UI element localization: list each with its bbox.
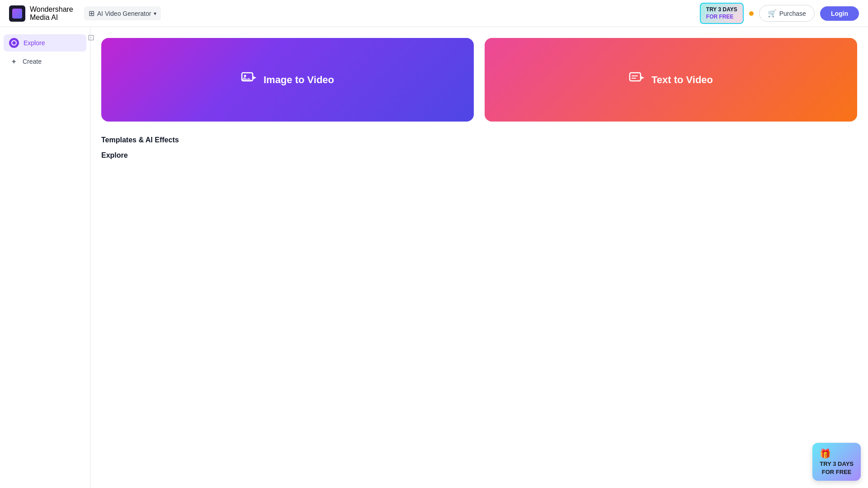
bottom-banner-line1: TRY 3 DAYS (820, 460, 854, 467)
logo-bottom-text: Media AI (30, 14, 73, 22)
video-cards-row: Image to Video Text to Video (101, 38, 857, 122)
gift-icon: 🎁 (820, 447, 854, 460)
header-left: Wondershare Media AI ⊞ AI Video Generato… (9, 5, 161, 22)
text-to-video-card[interactable]: Text to Video (485, 38, 857, 122)
nav-label: AI Video Generator (97, 10, 151, 17)
image-to-video-card[interactable]: Image to Video (101, 38, 474, 122)
ai-video-generator-nav[interactable]: ⊞ AI Video Generator ▾ (84, 6, 161, 20)
logo-area: Wondershare Media AI (9, 5, 73, 22)
templates-heading: Templates & AI Effects (101, 136, 857, 144)
templates-section: Templates & AI Effects (101, 136, 857, 144)
sidebar: Explore ✦ Create ⊡ (0, 27, 90, 488)
resize-handle[interactable]: ⊡ (86, 31, 96, 44)
cart-icon: 🛒 (768, 9, 777, 18)
header: Wondershare Media AI ⊞ AI Video Generato… (0, 0, 868, 27)
sidebar-explore-label: Explore (24, 39, 45, 47)
text-to-video-icon (629, 70, 645, 90)
explore-icon (9, 38, 19, 48)
purchase-button[interactable]: 🛒 Purchase (759, 5, 815, 22)
content-area: Image to Video Text to Video Templates &… (90, 27, 868, 488)
notification-dot[interactable] (749, 11, 754, 16)
explore-heading: Explore (101, 151, 857, 160)
sidebar-create-label: Create (23, 58, 42, 65)
svg-point-2 (244, 75, 246, 77)
explore-section: Explore (101, 151, 857, 160)
logo-text: Wondershare Media AI (30, 5, 73, 21)
try-line2: FOR FREE (706, 14, 737, 21)
image-to-video-label: Image to Video (264, 74, 334, 86)
svg-point-0 (12, 41, 16, 45)
bottom-banner-line2: FOR FREE (822, 469, 852, 475)
logo-icon-inner (12, 9, 22, 19)
create-icon: ✦ (9, 57, 18, 66)
main-layout: Explore ✦ Create ⊡ (0, 27, 868, 488)
sidebar-item-explore[interactable]: Explore (4, 34, 86, 52)
login-button[interactable]: Login (820, 6, 859, 21)
svg-rect-3 (630, 73, 641, 81)
logo-top-text: Wondershare (30, 5, 73, 14)
grid-icon: ⊞ (89, 9, 94, 18)
text-to-video-label: Text to Video (651, 74, 713, 86)
purchase-label: Purchase (779, 10, 806, 17)
bottom-try-banner[interactable]: 🎁 TRY 3 DAYS FOR FREE (812, 443, 861, 481)
resize-icon: ⊡ (88, 33, 94, 42)
image-to-video-icon (241, 70, 257, 90)
try-3-days-banner[interactable]: TRY 3 DAYS FOR FREE (700, 3, 744, 24)
try-line1: TRY 3 DAYS (706, 6, 737, 14)
header-right: TRY 3 DAYS FOR FREE 🛒 Purchase Login (700, 3, 859, 24)
sidebar-item-create[interactable]: ✦ Create (4, 53, 86, 70)
chevron-down-icon: ▾ (154, 10, 156, 17)
logo-icon (9, 5, 25, 22)
